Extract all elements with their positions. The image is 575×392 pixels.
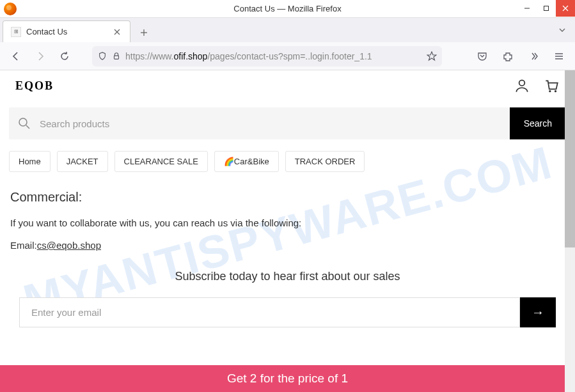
maximize-button[interactable] bbox=[537, 0, 556, 17]
subscribe-button[interactable]: → bbox=[520, 297, 556, 327]
search-input[interactable] bbox=[40, 118, 510, 129]
window-title: Contact Us — Mozilla Firefox bbox=[233, 4, 341, 13]
scrollbar[interactable] bbox=[565, 70, 575, 392]
nav-item-jacket[interactable]: JACKET bbox=[57, 151, 108, 172]
scrollbar-thumb[interactable] bbox=[565, 70, 575, 247]
reload-button[interactable] bbox=[55, 47, 74, 66]
address-bar[interactable]: https://www.ofif.shop/pages/contact-us?s… bbox=[92, 46, 442, 67]
svg-rect-1 bbox=[544, 6, 549, 11]
forward-button[interactable] bbox=[31, 47, 50, 66]
subscribe-title: Subscribe today to hear first about our … bbox=[19, 270, 556, 283]
shop-logo[interactable]: EQOB bbox=[15, 79, 54, 93]
new-tab-button[interactable] bbox=[134, 23, 154, 42]
tab-favicon-icon: ⊞ bbox=[11, 27, 21, 37]
back-button[interactable] bbox=[6, 47, 26, 66]
header-icons bbox=[514, 77, 560, 94]
overflow-icon[interactable] bbox=[524, 47, 543, 66]
tab-bar: ⊞ Contact Us bbox=[0, 18, 575, 42]
svg-point-13 bbox=[519, 80, 525, 86]
subscribe-input[interactable] bbox=[19, 297, 520, 327]
shop-header: EQOB bbox=[0, 70, 575, 101]
nav-item-car-bike[interactable]: 🌈Car&Bike bbox=[214, 151, 279, 172]
nav-item-home[interactable]: Home bbox=[9, 151, 51, 172]
svg-rect-8 bbox=[114, 56, 119, 59]
tab-close-button[interactable] bbox=[112, 27, 122, 37]
svg-line-17 bbox=[26, 125, 29, 129]
shield-icon[interactable] bbox=[97, 51, 107, 61]
toolbar-actions bbox=[473, 47, 569, 66]
email-label: Email: bbox=[10, 240, 37, 251]
nav-menu: Home JACKET CLEARANCE SALE 🌈Car&Bike TRA… bbox=[0, 146, 575, 177]
search-bar: Search bbox=[9, 107, 566, 139]
subscribe-section: Subscribe today to hear first about our … bbox=[0, 263, 575, 327]
pocket-icon[interactable] bbox=[473, 47, 492, 66]
window-titlebar: Contact Us — Mozilla Firefox bbox=[0, 0, 575, 18]
body-text: If you want to collaborate with us, you … bbox=[10, 216, 565, 230]
section-heading: Commercial: bbox=[10, 190, 565, 205]
subscribe-form: → bbox=[19, 297, 556, 327]
page-content: MYANTISPYWARE.COM EQOB Search Home JACKE… bbox=[0, 70, 575, 392]
email-link[interactable]: cs@eqob.shop bbox=[37, 240, 101, 251]
close-button[interactable] bbox=[556, 0, 575, 17]
nav-item-clearance[interactable]: CLEARANCE SALE bbox=[114, 151, 208, 172]
svg-point-14 bbox=[549, 90, 551, 92]
content-section: Commercial: If you want to collaborate w… bbox=[0, 177, 575, 263]
lock-icon[interactable] bbox=[111, 51, 122, 61]
minimize-button[interactable] bbox=[517, 0, 537, 17]
search-section: Search bbox=[0, 101, 575, 146]
search-icon bbox=[18, 117, 31, 130]
email-line: Email:cs@eqob.shop bbox=[10, 240, 565, 251]
nav-item-track-order[interactable]: TRACK ORDER bbox=[285, 151, 365, 172]
tab-title: Contact Us bbox=[26, 27, 107, 36]
cart-icon[interactable] bbox=[543, 77, 560, 94]
account-icon[interactable] bbox=[514, 77, 530, 94]
browser-toolbar: https://www.ofif.shop/pages/contact-us?s… bbox=[0, 42, 575, 70]
firefox-icon bbox=[4, 3, 17, 15]
svg-point-16 bbox=[19, 118, 27, 126]
search-button[interactable]: Search bbox=[510, 107, 566, 139]
browser-tab[interactable]: ⊞ Contact Us bbox=[3, 20, 130, 42]
all-tabs-button[interactable] bbox=[555, 22, 570, 38]
url-text: https://www.ofif.shop/pages/contact-us?s… bbox=[125, 51, 423, 61]
bookmark-star-icon[interactable] bbox=[427, 51, 437, 61]
promo-banner[interactable]: Get 2 for the price of 1 bbox=[0, 365, 575, 392]
menu-icon[interactable] bbox=[549, 47, 569, 66]
window-controls bbox=[517, 0, 575, 17]
svg-marker-9 bbox=[427, 52, 436, 60]
svg-point-15 bbox=[555, 90, 556, 92]
arrow-right-icon: → bbox=[532, 305, 544, 320]
extensions-icon[interactable] bbox=[498, 47, 517, 66]
